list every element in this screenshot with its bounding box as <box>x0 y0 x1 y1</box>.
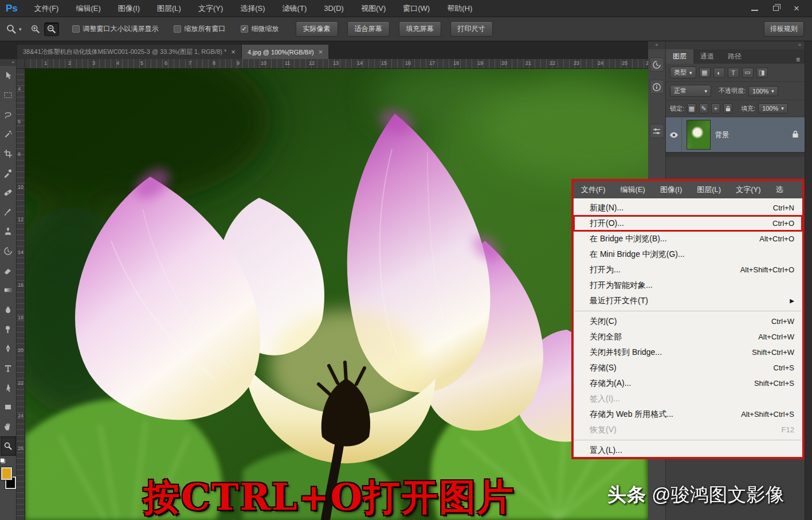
tool-type[interactable] <box>1 358 16 378</box>
overlay-menu-edit[interactable]: 编辑(E) <box>613 185 653 195</box>
lock-transparent-icon[interactable]: ▦ <box>687 103 696 114</box>
lock-pixels-icon[interactable]: ✎ <box>699 103 708 114</box>
tab-channels[interactable]: 通道 <box>693 49 721 64</box>
restore-icon[interactable] <box>773 6 779 11</box>
menu-edit[interactable]: 编辑(E) <box>67 0 109 17</box>
tool-zoom[interactable] <box>1 436 16 456</box>
strip-expand-chevrons[interactable]: » <box>648 41 665 49</box>
tool-gradient[interactable] <box>1 280 16 300</box>
tool-pen[interactable] <box>1 339 16 358</box>
foreground-color-swatch[interactable] <box>1 467 12 480</box>
menu-item-close-goto-bridge[interactable]: 关闭并转到 Bridge...Shift+Ctrl+W <box>574 345 802 360</box>
filter-adjustment-icon[interactable]: ◐ <box>713 68 725 78</box>
layer-row-background[interactable]: 背景 <box>666 117 805 153</box>
menu-select[interactable]: 选择(S) <box>232 0 273 17</box>
overlay-menu-image[interactable]: 图像(I) <box>653 185 689 195</box>
tool-history-brush[interactable] <box>1 241 16 261</box>
menu-view[interactable]: 视图(V) <box>352 0 394 17</box>
menu-file[interactable]: 文件(F) <box>26 0 68 17</box>
panel-menu-icon[interactable]: ≡ <box>796 56 805 64</box>
overlay-menu-type[interactable]: 文字(Y) <box>728 185 768 195</box>
tools-collapse-chevrons[interactable]: » <box>0 59 16 66</box>
menu-item-open-recent[interactable]: 最近打开文件(T)▶ <box>574 293 802 308</box>
tool-shape[interactable] <box>1 397 16 417</box>
overlay-menu-file[interactable]: 文件(F) <box>574 185 613 195</box>
tool-healing-brush[interactable] <box>1 183 16 202</box>
menu-item-open-smart-object[interactable]: 打开为智能对象... <box>574 277 802 293</box>
menu-item-new[interactable]: 新建(N)...Ctrl+N <box>574 200 802 216</box>
menu-item-close-all[interactable]: 关闭全部Alt+Ctrl+W <box>574 329 802 345</box>
zoom-out-button[interactable] <box>44 22 59 36</box>
filter-text-icon[interactable]: T <box>728 68 739 78</box>
tool-eraser[interactable] <box>1 261 16 280</box>
lock-all-icon[interactable] <box>723 103 732 114</box>
tool-eyedropper[interactable] <box>1 163 16 183</box>
opacity-dropdown[interactable]: 100% ▾ <box>748 86 778 96</box>
checkbox-resize-windows[interactable]: 调整窗口大小以满屏显示 <box>72 24 159 34</box>
panel-collapse-chevrons[interactable]: » <box>666 41 805 49</box>
default-colors-icon[interactable] <box>1 459 5 463</box>
tool-path-select[interactable] <box>1 378 16 397</box>
tab-close-icon[interactable]: × <box>231 48 236 56</box>
menu-window[interactable]: 窗口(W) <box>394 0 438 17</box>
layer-thumbnail[interactable] <box>687 120 711 150</box>
dock-scrollbar[interactable] <box>805 41 812 520</box>
menu-3d[interactable]: 3D(D) <box>315 0 352 17</box>
lock-position-icon[interactable]: + <box>711 103 720 114</box>
history-panel-button[interactable] <box>650 57 664 72</box>
tab-paths[interactable]: 路径 <box>721 49 748 64</box>
tool-crop[interactable] <box>1 144 16 163</box>
overlay-menu-layer[interactable]: 图层(L) <box>689 185 728 195</box>
fill-dropdown[interactable]: 100% ▾ <box>758 103 788 114</box>
menu-type[interactable]: 文字(Y) <box>190 0 232 17</box>
menu-item-open[interactable]: 打开(O)...Ctrl+O <box>574 216 802 231</box>
tool-dodge[interactable] <box>1 319 16 339</box>
menu-help[interactable]: 帮助(H) <box>438 0 481 17</box>
document-tab-2[interactable]: 4.jpg @ 100%(RGB/8#) × <box>242 45 328 59</box>
filter-smart-object-icon[interactable]: ◨ <box>756 68 768 78</box>
fill-screen-button[interactable]: 填充屏幕 <box>399 21 441 37</box>
canvas-lotus-photo[interactable] <box>25 69 648 520</box>
blend-mode-dropdown[interactable]: 正常 ▾ <box>670 85 711 97</box>
tool-marquee[interactable] <box>1 85 16 105</box>
menu-layer[interactable]: 图层(L) <box>148 0 190 17</box>
menu-filter[interactable]: 滤镜(T) <box>274 0 316 17</box>
close-icon[interactable]: × <box>794 3 799 14</box>
checkbox-zoom-all-windows[interactable]: 缩放所有窗口 <box>174 24 226 34</box>
tool-blur[interactable] <box>1 300 16 319</box>
menu-item-save-as[interactable]: 存储为(A)...Shift+Ctrl+S <box>574 376 802 391</box>
tool-hand[interactable] <box>1 417 16 436</box>
print-size-button[interactable]: 打印尺寸 <box>450 21 493 37</box>
overlay-menu-select[interactable]: 选 <box>768 185 790 195</box>
tool-lasso[interactable] <box>1 105 16 124</box>
fit-screen-button[interactable]: 适合屏幕 <box>347 21 390 37</box>
properties-panel-button[interactable] <box>650 124 664 138</box>
menu-item-save-for-web[interactable]: 存储为 Web 所用格式...Alt+Shift+Ctrl+S <box>574 406 802 422</box>
info-panel-button[interactable] <box>650 80 664 94</box>
tab-close-icon[interactable]: × <box>319 48 323 56</box>
tool-brush[interactable] <box>1 202 16 222</box>
tool-clone-stamp[interactable] <box>1 222 16 241</box>
menu-item-close[interactable]: 关闭(C)Ctrl+W <box>574 314 802 329</box>
checkbox-scrubby-zoom[interactable]: ✓ 细微缩放 <box>241 24 279 34</box>
zoom-tool-badge[interactable]: ▾ <box>0 24 28 35</box>
menu-item-place[interactable]: 置入(L)... <box>574 443 802 458</box>
filter-shape-icon[interactable]: ▭ <box>742 68 754 78</box>
menu-item-save[interactable]: 存储(S)Ctrl+S <box>574 360 802 376</box>
menu-item-browse-mini-bridge[interactable]: 在 Mini Bridge 中浏览(G)... <box>574 247 802 262</box>
menu-image[interactable]: 图像(I) <box>109 0 148 17</box>
filter-pixel-icon[interactable]: ▦ <box>699 68 711 78</box>
layer-visibility-toggle[interactable] <box>666 118 682 152</box>
zoom-in-button[interactable] <box>28 22 43 36</box>
workspace-switcher[interactable]: 排板规则 <box>764 21 804 37</box>
menu-item-browse-bridge[interactable]: 在 Bridge 中浏览(B)...Alt+Ctrl+O <box>574 231 802 247</box>
menu-item-open-as[interactable]: 打开为...Alt+Shift+Ctrl+O <box>574 262 802 277</box>
document-tab-1[interactable]: 38&41冶炼塑机自动化线体MEWC001-0025-3 @ 33.3%(图层 … <box>17 45 242 59</box>
tab-layers[interactable]: 图层 <box>666 49 693 64</box>
tool-move[interactable] <box>1 66 16 85</box>
tool-quick-select[interactable] <box>1 124 16 144</box>
document-tab-title: 38&41冶炼塑机自动化线体MEWC001-0025-3 @ 33.3%(图层 … <box>23 48 226 56</box>
actual-pixels-button[interactable]: 实际像素 <box>296 21 338 37</box>
filter-type-dropdown[interactable]: 类型 ▾ <box>670 67 696 79</box>
minimize-icon[interactable] <box>751 6 758 11</box>
